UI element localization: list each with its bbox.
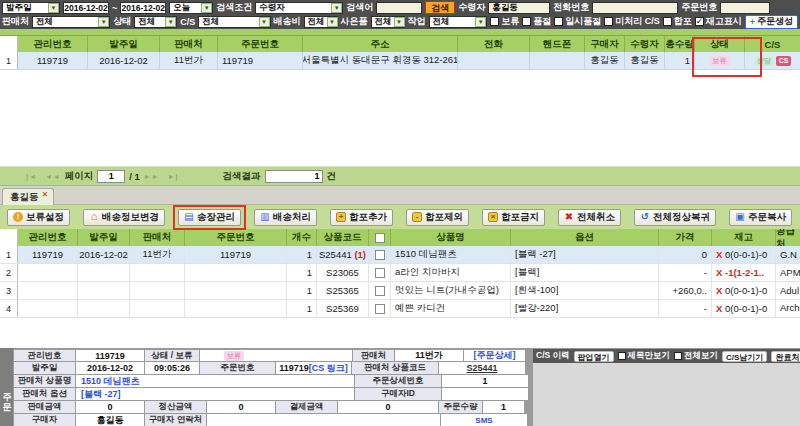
next-page-button[interactable]: ►► <box>144 173 160 180</box>
date-from-input[interactable]: 2016-12-02 <box>63 2 109 14</box>
col2-order-no[interactable]: 주문번호 <box>185 229 287 246</box>
title-only-checkbox[interactable]: 제목만보기 <box>618 350 671 362</box>
receiver-input[interactable] <box>488 2 550 14</box>
last-page-button[interactable]: ►| <box>168 173 179 180</box>
unhandled-cs-checkbox[interactable]: 미처리 C/S <box>604 15 660 28</box>
tab-hong-gil-dong[interactable]: 홍길동 ✕ <box>2 188 54 205</box>
side-tab-order[interactable]: 주문 <box>0 348 14 426</box>
col2-select-all[interactable] <box>369 229 391 246</box>
shipping-process-button[interactable]: ▥배송처리 <box>254 209 317 226</box>
order-qty-value: 1 <box>482 401 525 414</box>
cell-manage-no: 119719 <box>18 52 88 69</box>
soldout-checkbox[interactable]: 품절 <box>522 15 551 28</box>
hold-settings-button[interactable]: !보류설정 <box>7 209 70 226</box>
result-count-input[interactable] <box>265 170 323 183</box>
temp-soldout-checkbox[interactable]: 일시품절 <box>554 15 601 28</box>
hold-checkbox[interactable]: 보류 <box>490 15 519 28</box>
leave-cs-button[interactable]: C/S남기기 <box>722 351 767 362</box>
col-cs[interactable]: C/S <box>745 36 800 52</box>
invoice-manage-button[interactable]: ▤송장관리 <box>178 209 241 226</box>
cs-link[interactable]: [CS 링크] <box>309 362 348 375</box>
col-buyer[interactable]: 구매자 <box>585 36 625 52</box>
open-popup-button[interactable]: 팝업열기 <box>574 351 614 362</box>
row-checkbox[interactable] <box>369 282 391 299</box>
stock-display-checkbox[interactable]: 재고표시 <box>695 15 742 28</box>
first-page-button[interactable]: |◄ <box>26 173 37 180</box>
col-receiver[interactable]: 수령자 <box>625 36 665 52</box>
col2-qty[interactable]: 개수 <box>287 229 317 246</box>
prev-page-button[interactable]: ◄◄ <box>45 173 61 180</box>
row-checkbox[interactable] <box>369 300 391 317</box>
complete-button[interactable]: 완료처리 <box>771 351 800 362</box>
col2-option[interactable]: 옵션 <box>511 229 659 246</box>
combine-exclude-button[interactable]: -합포제외 <box>406 209 469 226</box>
cancel-all-button[interactable]: ✖전체취소 <box>558 209 621 226</box>
order-detail-link[interactable]: [주문상세] <box>463 349 526 362</box>
keyword-input[interactable] <box>376 2 422 14</box>
order-management-screen: 발주일▼ 2016-12-02 ~ 2016-12-02 오늘▼ 검색조건 수령… <box>0 0 800 426</box>
item-row[interactable]: 2 1 S23065 a라인 치마바지 [블랙] - X -1(1-2-1.. … <box>0 264 800 282</box>
item-row[interactable]: 1 119719 2016-12-02 11번가 119719 1 S25441… <box>0 246 800 264</box>
combine-checkbox[interactable]: 합포 <box>663 15 692 28</box>
buyer-contact-value <box>206 414 441 426</box>
seller-code-value[interactable]: S25441 <box>438 362 526 375</box>
page-input[interactable] <box>97 170 125 183</box>
order-no-input[interactable] <box>720 2 770 14</box>
tab-close-icon[interactable]: ✕ <box>42 191 49 199</box>
row-checkbox[interactable] <box>369 264 391 281</box>
col-mobile[interactable]: 핸드폰 <box>530 36 585 52</box>
shipfee-filter-select[interactable]: 전체▼ <box>304 16 338 28</box>
quick-range-select[interactable]: 오늘▼ <box>169 2 213 14</box>
combine-forbid-button[interactable]: ×합포금지 <box>482 209 545 226</box>
product-name-value[interactable]: 1510 데님팬츠 <box>75 375 355 388</box>
col2-manage-no[interactable]: 관리번호 <box>18 229 78 246</box>
create-order-button[interactable]: +주문생성 <box>745 15 798 29</box>
date-to-input[interactable]: 2016-12-02 <box>120 2 166 14</box>
col-status[interactable]: 상태 <box>695 36 745 52</box>
red-x-icon: ✖ <box>564 212 574 222</box>
phone-input[interactable] <box>592 2 678 14</box>
col-address[interactable]: 주소 <box>303 36 458 52</box>
col2-stock[interactable]: 재고 <box>712 229 776 246</box>
restore-all-button[interactable]: ↺전체정상복귀 <box>634 209 716 226</box>
search-condition-select[interactable]: 수령자▼ <box>255 2 343 14</box>
col2-product-name[interactable]: 상품명 <box>391 229 511 246</box>
seller-code-label: 판매처 상품코드 <box>351 362 439 375</box>
checkbox-icon <box>604 17 613 26</box>
sms-cell[interactable]: SMS <box>440 414 528 426</box>
invoice-icon: ▤ <box>184 212 194 222</box>
col-order-no[interactable]: 주문번호 <box>218 36 303 52</box>
order-copy-button[interactable]: ▣주문복사 <box>729 209 792 226</box>
col-seller[interactable]: 판매처 <box>160 36 218 52</box>
col2-order-date[interactable]: 발주일 <box>78 229 130 246</box>
cell-mobile <box>530 52 585 69</box>
item-row[interactable]: 4 1 S25369 예쁜 카디건 [빨강-220] - X 0(0-0-1)-… <box>0 300 800 318</box>
shipping-info-change-button[interactable]: ⌂배송정보변경 <box>83 209 165 226</box>
col-total-qty[interactable]: 총수량 <box>665 36 695 52</box>
search-button[interactable]: 검색 <box>425 1 455 14</box>
col2-supplier[interactable]: 공급처 <box>776 229 800 246</box>
col2-product-code[interactable]: 상품코드 <box>317 229 369 246</box>
cell-total-qty: 1 <box>665 52 695 69</box>
status-filter-select[interactable]: 전체▼ <box>134 16 177 28</box>
checkbox-icon <box>554 17 563 26</box>
col2-price[interactable]: 가격 <box>659 229 712 246</box>
chevron-down-icon: ▼ <box>394 17 405 27</box>
item-row[interactable]: 3 1 S25365 멋있는 니트(가내수공업) [흰색-100] +260,0… <box>0 282 800 300</box>
seller-filter-select[interactable]: 전체▼ <box>32 16 110 28</box>
truck-icon: ▥ <box>260 212 270 222</box>
page-total: / 1 <box>129 171 140 182</box>
view-all-checkbox[interactable]: 전체보기 <box>674 350 718 362</box>
col2-seller[interactable]: 판매처 <box>130 229 185 246</box>
chevron-down-icon: ▼ <box>331 3 342 13</box>
date-type-select[interactable]: 발주일▼ <box>2 2 60 14</box>
work-filter-select[interactable]: 전체▼ <box>429 16 488 28</box>
col-phone[interactable]: 전화 <box>458 36 530 52</box>
cs-filter-select[interactable]: 전체▼ <box>198 16 270 28</box>
combine-add-button[interactable]: +합포추가 <box>330 209 393 226</box>
col-order-date[interactable]: 발주일 <box>88 36 160 52</box>
gift-filter-select[interactable]: 전체▼ <box>371 16 405 28</box>
order-row[interactable]: 1 119719 2016-12-02 11번가 119719 서울특별시 동대… <box>0 52 800 70</box>
col-manage-no[interactable]: 관리번호 <box>18 36 88 52</box>
row-checkbox[interactable] <box>369 246 391 263</box>
